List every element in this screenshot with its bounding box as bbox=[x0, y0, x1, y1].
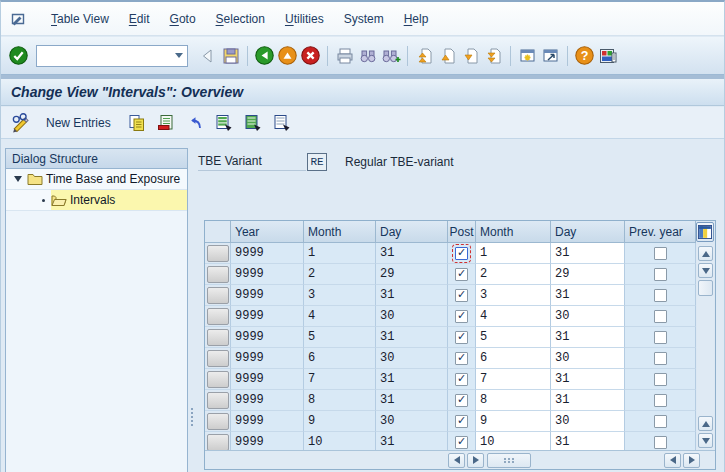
cancel-icon[interactable] bbox=[299, 44, 322, 67]
row-selector-button[interactable] bbox=[207, 392, 229, 409]
header-month-2[interactable]: Month bbox=[476, 221, 551, 243]
row-selector-button[interactable] bbox=[207, 329, 229, 346]
month-2-cell[interactable]: 4 bbox=[476, 306, 551, 327]
prev-year-checkbox[interactable] bbox=[654, 394, 667, 407]
post-checkbox[interactable] bbox=[455, 331, 468, 344]
command-input[interactable] bbox=[20, 47, 175, 65]
prev-year-checkbox[interactable] bbox=[654, 331, 667, 344]
command-field[interactable] bbox=[36, 45, 188, 67]
prev-year-checkbox[interactable] bbox=[654, 436, 667, 449]
prev-year-checkbox[interactable] bbox=[654, 352, 667, 365]
display-change-icon[interactable] bbox=[9, 112, 31, 134]
day-2-cell[interactable]: 31 bbox=[551, 243, 625, 264]
month-2-cell[interactable]: 5 bbox=[476, 327, 551, 348]
scroll-left-icon[interactable] bbox=[664, 453, 681, 468]
menu-item-help[interactable]: Help bbox=[396, 9, 437, 29]
delete-row-icon[interactable] bbox=[155, 112, 177, 134]
header-day[interactable]: Day bbox=[376, 221, 448, 243]
tbe-variant-field[interactable]: RE bbox=[307, 153, 327, 171]
row-selector-button[interactable] bbox=[207, 371, 229, 388]
last-page-icon[interactable] bbox=[482, 44, 505, 67]
day-2-cell[interactable]: 30 bbox=[551, 411, 625, 432]
horizontal-scrollbar[interactable] bbox=[205, 450, 715, 469]
deselect-all-icon[interactable] bbox=[271, 112, 293, 134]
scroll-down-icon[interactable] bbox=[698, 263, 713, 278]
month-2-cell[interactable]: 3 bbox=[476, 285, 551, 306]
save-icon[interactable] bbox=[219, 44, 242, 67]
back-triangle-icon[interactable] bbox=[196, 44, 219, 67]
header-day-2[interactable]: Day bbox=[551, 221, 625, 243]
undo-icon[interactable] bbox=[184, 112, 206, 134]
day-2-cell[interactable]: 31 bbox=[551, 369, 625, 390]
month-2-cell[interactable]: 2 bbox=[476, 264, 551, 285]
menu-item-table-view[interactable]: Table View bbox=[43, 9, 117, 29]
day-2-cell[interactable]: 30 bbox=[551, 348, 625, 369]
post-checkbox[interactable] bbox=[455, 268, 468, 281]
day-2-cell[interactable]: 29 bbox=[551, 264, 625, 285]
row-selector-button[interactable] bbox=[207, 287, 229, 304]
first-page-icon[interactable] bbox=[413, 44, 436, 67]
help-icon[interactable]: ? bbox=[573, 44, 596, 67]
row-selector-button[interactable] bbox=[207, 413, 229, 430]
post-checkbox[interactable] bbox=[455, 310, 468, 323]
menu-item-selection[interactable]: Selection bbox=[208, 9, 273, 29]
scroll-right-icon[interactable] bbox=[683, 453, 700, 468]
vertical-scroll-thumb[interactable] bbox=[698, 280, 713, 296]
day-2-cell[interactable]: 31 bbox=[551, 327, 625, 348]
prev-year-checkbox[interactable] bbox=[654, 373, 667, 386]
control-menu-icon[interactable] bbox=[9, 9, 29, 29]
scroll-right-icon[interactable] bbox=[467, 453, 484, 468]
previous-page-icon[interactable] bbox=[436, 44, 459, 67]
post-checkbox[interactable] bbox=[455, 247, 468, 260]
prev-year-checkbox[interactable] bbox=[654, 247, 667, 260]
menu-item-edit[interactable]: Edit bbox=[121, 9, 158, 29]
new-entries-button[interactable]: New Entries bbox=[46, 116, 111, 130]
find-icon[interactable] bbox=[356, 44, 379, 67]
month-2-cell[interactable]: 7 bbox=[476, 369, 551, 390]
prev-year-checkbox[interactable] bbox=[654, 289, 667, 302]
new-session-icon[interactable] bbox=[516, 44, 539, 67]
chevron-down-icon[interactable] bbox=[175, 53, 183, 58]
row-selector-button[interactable] bbox=[207, 245, 229, 262]
header-prev-year[interactable]: Prev. year bbox=[625, 221, 696, 243]
post-checkbox[interactable] bbox=[455, 289, 468, 302]
scroll-up-icon[interactable] bbox=[698, 246, 713, 261]
find-next-icon[interactable] bbox=[379, 44, 402, 67]
tree-item-intervals[interactable]: Intervals bbox=[6, 190, 187, 211]
selected-highlight[interactable]: Intervals bbox=[51, 190, 187, 210]
row-selector-button[interactable] bbox=[207, 350, 229, 367]
post-checkbox[interactable] bbox=[455, 352, 468, 365]
next-page-icon[interactable] bbox=[459, 44, 482, 67]
exit-icon[interactable] bbox=[276, 44, 299, 67]
scroll-left-icon[interactable] bbox=[448, 453, 465, 468]
header-year[interactable]: Year bbox=[231, 221, 304, 243]
row-selector-button[interactable] bbox=[207, 308, 229, 325]
menu-item-utilities[interactable]: Utilities bbox=[277, 9, 332, 29]
header-post[interactable]: Post bbox=[448, 221, 476, 243]
prev-year-checkbox[interactable] bbox=[654, 268, 667, 281]
month-2-cell[interactable]: 6 bbox=[476, 348, 551, 369]
back-icon[interactable] bbox=[253, 44, 276, 67]
month-2-cell[interactable]: 1 bbox=[476, 243, 551, 264]
table-settings-button[interactable] bbox=[696, 222, 714, 242]
day-2-cell[interactable]: 31 bbox=[551, 390, 625, 411]
month-2-cell[interactable]: 9 bbox=[476, 411, 551, 432]
day-2-cell[interactable]: 31 bbox=[551, 285, 625, 306]
menu-item-goto[interactable]: Goto bbox=[162, 9, 204, 29]
create-shortcut-icon[interactable] bbox=[539, 44, 562, 67]
tree-item-time-base-and-exposure[interactable]: Time Base and Exposure bbox=[6, 169, 187, 190]
day-2-cell[interactable]: 30 bbox=[551, 306, 625, 327]
month-2-cell[interactable]: 8 bbox=[476, 390, 551, 411]
vertical-scrollbar[interactable] bbox=[697, 245, 714, 449]
post-checkbox[interactable] bbox=[455, 436, 468, 449]
post-checkbox[interactable] bbox=[455, 394, 468, 407]
expander-down-icon[interactable] bbox=[14, 176, 22, 182]
header-month[interactable]: Month bbox=[304, 221, 376, 243]
row-selector-button[interactable] bbox=[207, 266, 229, 283]
horizontal-scroll-thumb[interactable] bbox=[487, 453, 531, 468]
print-icon[interactable] bbox=[333, 44, 356, 67]
post-checkbox[interactable] bbox=[455, 415, 468, 428]
menu-item-system[interactable]: System bbox=[336, 9, 392, 29]
scroll-up-icon[interactable] bbox=[698, 416, 713, 431]
panel-splitter[interactable] bbox=[188, 140, 196, 472]
